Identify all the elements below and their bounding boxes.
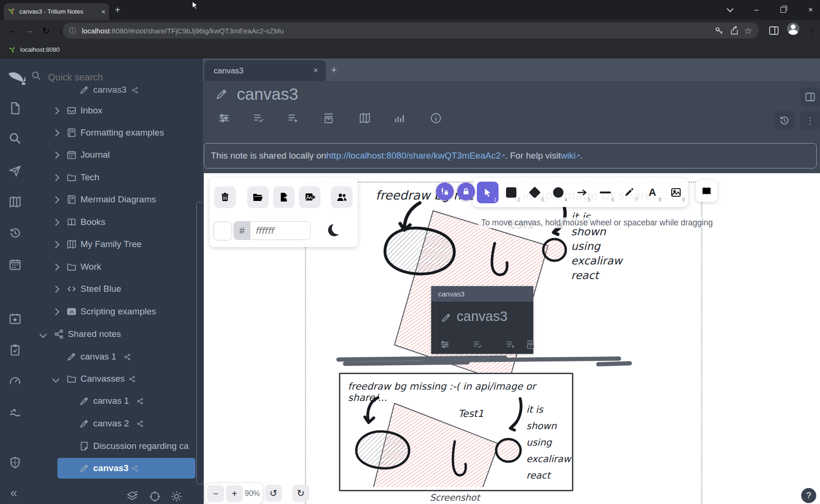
open-folder-icon[interactable] — [247, 186, 269, 208]
trash-icon[interactable] — [214, 186, 236, 208]
ribbon-add-attributes-icon[interactable] — [287, 112, 299, 124]
side-panel-icon[interactable] — [768, 25, 780, 36]
site-info-icon[interactable]: ⓘ — [69, 26, 76, 35]
tree-item-canvas-1[interactable]: canvas 1 — [0, 348, 203, 367]
browser-tab-close-icon[interactable]: × — [101, 8, 105, 16]
tree-item-shared-notes[interactable]: Shared notes — [0, 325, 203, 344]
zoom-out-button[interactable]: − — [207, 485, 224, 502]
expand-chevron-icon[interactable] — [52, 264, 60, 271]
tree-item-steel-blue[interactable]: Steel Blue — [0, 280, 203, 299]
restore-button[interactable] — [772, 0, 794, 20]
close-button[interactable]: × — [800, 0, 820, 20]
help-button[interactable]: ? — [801, 488, 816, 503]
tree-item-tech[interactable]: Tech — [0, 168, 203, 187]
ribbon-note-info-icon[interactable] — [430, 112, 442, 124]
saved-search-icon[interactable] — [8, 406, 23, 420]
new-note-icon[interactable] — [8, 102, 23, 116]
tool-arrow-icon[interactable]: 5 — [571, 182, 593, 203]
layers-icon[interactable] — [126, 490, 138, 503]
pen-lock-button[interactable] — [436, 183, 454, 200]
background-color-swatch[interactable] — [213, 222, 232, 240]
redo-icon[interactable]: ↻ — [292, 485, 309, 502]
bookmark-item[interactable]: localhost:8080 — [20, 46, 60, 53]
expand-chevron-icon[interactable] — [52, 174, 60, 182]
expand-chevron-icon[interactable] — [52, 376, 60, 383]
tool-image-icon[interactable]: 9 — [665, 182, 687, 203]
bookmark-star-icon[interactable]: ☆ — [744, 25, 752, 36]
task-list-icon[interactable] — [8, 344, 23, 358]
expand-chevron-icon[interactable] — [52, 196, 60, 204]
tool-line-icon[interactable]: 6 — [595, 182, 616, 203]
ribbon-note-map-icon[interactable] — [359, 112, 371, 124]
tree-item-scripting-examples[interactable]: JSScripting examples — [0, 303, 203, 321]
note-more-menu-icon[interactable]: ⋮ — [800, 111, 820, 130]
search-icon[interactable] — [8, 132, 23, 146]
tree-item-mermaid-diagrams[interactable]: Mermaid Diagrams — [0, 191, 203, 209]
tool-rectangle-icon[interactable]: 2 — [500, 182, 522, 203]
collapse-tree-button[interactable]: « — [10, 486, 17, 500]
password-key-icon[interactable] — [714, 25, 724, 36]
ribbon-basic-properties-icon[interactable] — [218, 112, 230, 124]
ribbon-collections-icon[interactable] — [322, 112, 335, 124]
address-bar[interactable]: ⓘ localhost:8080/#root/share/TFjC9bJj96i… — [63, 23, 759, 39]
tree-item-inbox[interactable]: Inbox — [0, 102, 203, 120]
minimize-button[interactable]: – — [746, 0, 767, 20]
screenshot-image-element[interactable]: freedraw bg missing :-( in api/image or … — [339, 373, 573, 491]
recent-changes-icon[interactable] — [8, 226, 23, 240]
target-icon[interactable] — [149, 490, 161, 503]
tree-item-work[interactable]: Work — [0, 258, 203, 277]
tool-text-icon[interactable]: A8 — [642, 182, 663, 203]
tool-diamond-icon[interactable]: 3 — [524, 182, 546, 203]
dark-mode-moon-icon[interactable] — [328, 224, 340, 236]
tab-search-icon[interactable] — [719, 0, 741, 20]
forward-icon[interactable]: → — [21, 20, 38, 41]
undo-icon[interactable]: ↺ — [265, 485, 282, 502]
note-tab-close-icon[interactable]: × — [314, 66, 318, 75]
special-date-icon[interactable] — [8, 312, 23, 326]
expand-chevron-icon[interactable] — [52, 241, 60, 248]
lock-button[interactable] — [457, 183, 475, 200]
tree-item-canvas3[interactable]: canvas3 — [0, 81, 203, 100]
tree-item-journal[interactable]: Journal — [0, 146, 203, 165]
collaboration-users-icon[interactable] — [331, 186, 353, 208]
expand-chevron-icon[interactable] — [52, 219, 60, 226]
tree-item-canvas-2[interactable]: canvas 2 — [0, 415, 203, 433]
tree-item-canvas-1[interactable]: canvas 1 — [0, 392, 203, 411]
export-image-icon[interactable] — [299, 186, 321, 208]
share-page-icon[interactable] — [729, 25, 740, 36]
calendar-icon[interactable] — [8, 258, 23, 272]
expand-chevron-icon[interactable] — [52, 308, 60, 316]
expand-chevron-icon[interactable] — [52, 286, 60, 293]
hex-color-input[interactable] — [250, 221, 311, 240]
share-link[interactable]: http://localhost:8080/share/kwQT3mEeaAc2 — [326, 151, 501, 161]
tree-item-canvasses[interactable]: Canvasses — [0, 370, 203, 389]
tool-ellipse-icon[interactable]: 4 — [547, 182, 569, 203]
zoom-level[interactable]: 90% — [245, 489, 260, 498]
browser-new-tab-button[interactable]: + — [115, 5, 121, 16]
tree-item-formatting-examples[interactable]: Formatting examples — [0, 124, 203, 143]
wiki-link[interactable]: wiki — [561, 151, 576, 161]
settings-gear-icon[interactable] — [170, 490, 183, 503]
tree-item-discussion-regarding-ca[interactable]: Discussion regarding ca — [0, 437, 203, 456]
zoom-in-button[interactable]: + — [226, 485, 243, 502]
expand-chevron-icon[interactable] — [52, 152, 60, 159]
note-map-icon[interactable] — [8, 195, 23, 209]
dashboard-icon[interactable] — [8, 375, 23, 389]
excalidraw-canvas[interactable]: freedraw bg missing :-( in api/image or … — [204, 173, 820, 504]
expand-chevron-icon[interactable] — [52, 129, 60, 137]
reload-icon[interactable]: ↻ — [38, 20, 55, 41]
tree-item-my-family-tree[interactable]: My Family Tree — [0, 235, 203, 254]
note-tab[interactable]: canvas3 × — [204, 60, 326, 81]
library-book-icon[interactable] — [696, 180, 717, 202]
browser-menu-icon[interactable]: ⋮ — [803, 20, 820, 41]
tool-selection-icon[interactable]: 1 — [477, 182, 498, 203]
browser-tab[interactable]: canvas3 - Trilium Notes × — [4, 3, 109, 20]
ribbon-owned-attributes-icon[interactable] — [253, 112, 265, 124]
note-title[interactable]: canvas3 — [237, 85, 298, 104]
note-new-tab-button[interactable]: + — [331, 64, 337, 76]
expand-chevron-icon[interactable] — [40, 331, 47, 338]
profile-avatar[interactable] — [787, 23, 799, 35]
tree-item-books[interactable]: Books — [0, 213, 203, 232]
note-revisions-icon[interactable] — [774, 111, 794, 130]
tree-scrollbar[interactable] — [196, 201, 203, 485]
